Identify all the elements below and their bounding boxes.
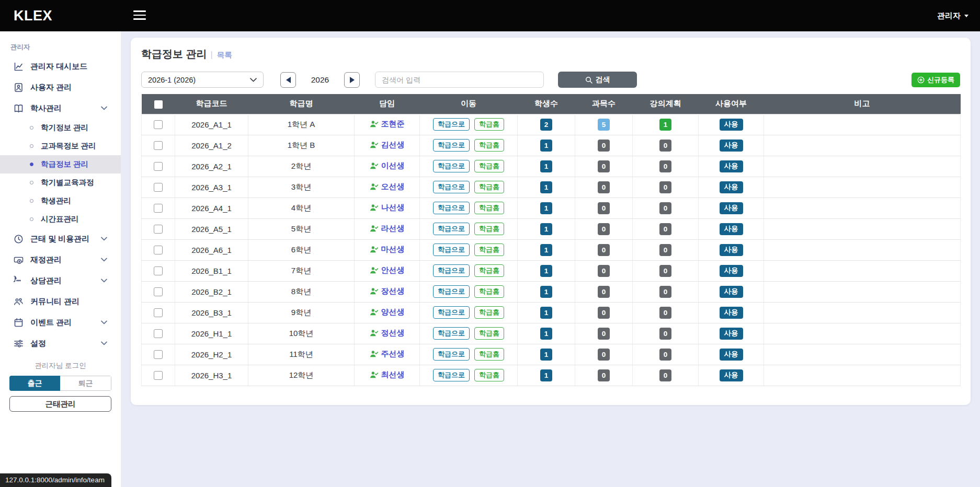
sidebar-subitem-semester-info[interactable]: 학기정보 관리 [0,119,121,137]
prev-year-button[interactable] [280,72,296,88]
class-table: 학급코드 학급명 담임 이동 학생수 과목수 강의계획 사용여부 비고 2026… [141,94,961,386]
go-to-class-button[interactable]: 학급으로 [433,348,470,361]
go-to-class-button[interactable]: 학급으로 [433,327,470,340]
row-checkbox[interactable] [154,120,163,129]
row-checkbox[interactable] [154,162,163,171]
sidebar-item-attendance-cost[interactable]: 근태 및 비용관리 [0,228,121,249]
teacher-name: 오선생 [381,182,405,192]
note-cell [764,344,961,365]
column-header-teacher: 담임 [355,94,420,114]
class-home-button[interactable]: 학급홈 [474,306,504,319]
search-input[interactable] [375,72,544,88]
teacher-name: 라선생 [381,224,405,234]
class-home-button[interactable]: 학급홈 [474,327,504,340]
sidebar-subitem-timetable[interactable]: 시간표관리 [0,210,121,228]
checkout-button[interactable]: 퇴근 [60,376,111,391]
teacher-link[interactable]: 이선생 [370,161,405,171]
teacher-link[interactable]: 정선생 [370,328,405,338]
row-checkbox[interactable] [154,183,163,192]
class-home-button[interactable]: 학급홈 [474,348,504,361]
row-checkbox[interactable] [154,329,163,338]
sidebar: 관리자 관리자 대시보드 사용자 관리 학사관리 학기정보 관리 [0,31,121,487]
row-checkbox[interactable] [154,225,163,234]
go-to-class-button[interactable]: 학급으로 [433,181,470,193]
teacher-link[interactable]: 최선생 [370,370,405,380]
go-to-class-button[interactable]: 학급으로 [433,369,470,381]
in-use-badge: 사용 [720,307,743,319]
row-checkbox[interactable] [154,371,163,380]
sidebar-subitem-students[interactable]: 학생관리 [0,192,121,210]
sidebar-subitem-subject-info[interactable]: 교과목정보 관리 [0,137,121,155]
search-button[interactable]: 검색 [558,72,637,88]
select-all-checkbox[interactable] [154,100,163,109]
sidebar-item-finance[interactable]: 재정관리 [0,249,121,270]
go-to-class-button[interactable]: 학급으로 [433,118,470,131]
note-cell [764,114,961,135]
class-home-button[interactable]: 학급홈 [474,369,504,381]
sidebar-item-events[interactable]: 이벤트 관리 [0,312,121,333]
top-header: KLEX 관리자 [0,0,980,31]
teacher-link[interactable]: 양선생 [370,307,405,317]
sidebar-subitem-class-info-active[interactable]: 학급정보 관리 [0,155,121,173]
class-home-button[interactable]: 학급홈 [474,202,504,214]
teacher-link[interactable]: 나선생 [370,203,405,213]
go-to-class-button[interactable]: 학급으로 [433,306,470,319]
row-checkbox[interactable] [154,287,163,296]
class-home-button[interactable]: 학급홈 [474,118,504,131]
app-logo[interactable]: KLEX [14,8,52,24]
row-checkbox[interactable] [154,266,163,275]
sidebar-item-users[interactable]: 사용자 관리 [0,77,121,98]
sidebar-item-community[interactable]: 커뮤니티 관리 [0,291,121,312]
teacher-link[interactable]: 라선생 [370,224,405,234]
row-checkbox[interactable] [154,204,163,213]
table-row: 2026_H2_1 11학년 주선생 학급으로 학급홈 1 0 0 사용 [142,344,961,365]
class-home-button[interactable]: 학급홈 [474,243,504,256]
go-to-class-button[interactable]: 학급으로 [433,139,470,152]
class-name-cell: 12학년 [248,365,355,386]
bullet-icon [30,199,33,203]
table-header-row: 학급코드 학급명 담임 이동 학생수 과목수 강의계획 사용여부 비고 [142,94,961,114]
breadcrumb[interactable]: 목록 [217,50,232,60]
go-to-class-button[interactable]: 학급으로 [433,202,470,214]
teacher-link[interactable]: 주선생 [370,349,405,359]
class-home-button[interactable]: 학급홈 [474,264,504,277]
class-home-button[interactable]: 학급홈 [474,285,504,298]
attendance-manage-button[interactable]: 근태관리 [9,396,111,412]
go-to-class-button[interactable]: 학급으로 [433,243,470,256]
sidebar-item-counseling[interactable]: 상담관리 [0,270,121,291]
admin-dropdown[interactable]: 관리자 [937,11,968,21]
sidebar-item-settings[interactable]: 설정 [0,333,121,354]
table-row: 2026_A4_1 4학년 나선생 학급으로 학급홈 1 0 0 사용 [142,198,961,218]
class-home-button[interactable]: 학급홈 [474,223,504,235]
teacher-link[interactable]: 조현준 [370,119,405,129]
next-year-button[interactable] [344,72,360,88]
go-to-class-button[interactable]: 학급으로 [433,160,470,172]
new-register-button[interactable]: 신규등록 [911,73,960,87]
teacher-link[interactable]: 마선생 [370,245,405,254]
class-home-button[interactable]: 학급홈 [474,160,504,172]
go-to-class-button[interactable]: 학급으로 [433,264,470,277]
go-to-class-button[interactable]: 학급으로 [433,223,470,235]
sidebar-item-academics[interactable]: 학사관리 [0,98,121,119]
teacher-link[interactable]: 김선생 [370,140,405,150]
person-icon [370,225,378,233]
teacher-link[interactable]: 안선생 [370,265,405,275]
plus-circle-icon [917,76,925,84]
row-checkbox[interactable] [154,141,163,150]
sidebar-subitem-curriculum[interactable]: 학기별교육과정 [0,173,121,192]
hamburger-menu-icon[interactable] [133,8,146,22]
checkin-button[interactable]: 출근 [9,376,60,391]
class-home-button[interactable]: 학급홈 [474,139,504,152]
sidebar-item-dashboard[interactable]: 관리자 대시보드 [0,56,121,77]
teacher-link[interactable]: 오선생 [370,182,405,192]
row-checkbox[interactable] [154,246,163,254]
semester-select[interactable]: 2026-1 (2026) [141,72,264,88]
teacher-link[interactable]: 장선생 [370,286,405,296]
go-to-class-button[interactable]: 학급으로 [433,285,470,298]
class-home-button[interactable]: 학급홈 [474,181,504,193]
row-checkbox[interactable] [154,308,163,317]
students-count-badge: 1 [540,223,552,235]
row-checkbox[interactable] [154,350,163,359]
teacher-name: 양선생 [381,307,405,317]
user-icon [13,82,24,92]
